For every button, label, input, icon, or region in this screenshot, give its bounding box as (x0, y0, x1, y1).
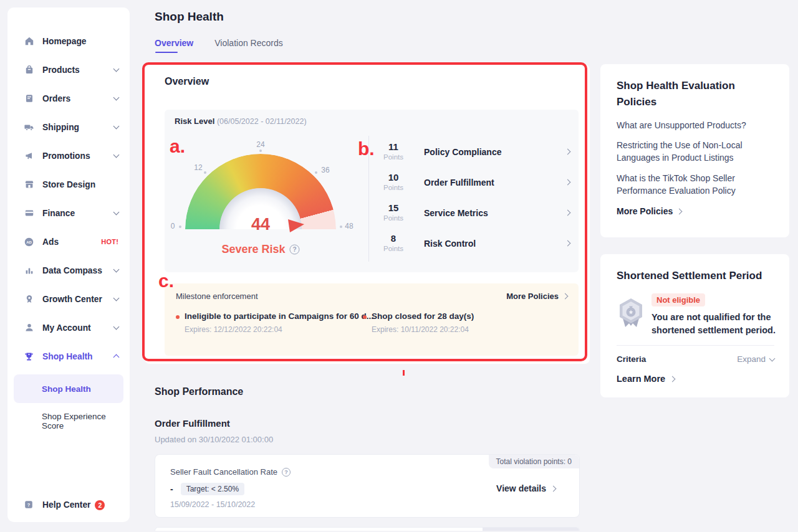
sidebar-item-data-compass[interactable]: Data Compass (7, 256, 130, 285)
evaluation-policies-card: Shop Health Evaluation Policies What are… (600, 64, 789, 237)
sidebar-item-label: Growth Center (42, 295, 114, 304)
points-category-label: Service Metrics (408, 208, 565, 218)
page: { "header": { "title": "Shop Health", "t… (0, 0, 798, 532)
chevron-down-icon (113, 66, 120, 72)
overview-card-title: Overview (165, 76, 209, 87)
points-value: 11 (379, 141, 408, 153)
sidebar-item-my-account[interactable]: My Account (7, 313, 130, 342)
policy-link-non-local-languages[interactable]: Restricting the Use of Non-Local Languag… (617, 139, 773, 164)
bullet-dot-icon (363, 315, 367, 319)
shopping-bag-icon (24, 65, 34, 75)
gauge-tick-label: 24 (256, 140, 264, 149)
tab-violation-records[interactable]: Violation Records (214, 38, 282, 53)
sidebar-item-shop-health[interactable]: Shop Health (7, 342, 130, 371)
points-unit: Points (379, 244, 408, 254)
chevron-right-icon (670, 376, 676, 382)
sidebar-item-label: Finance (42, 209, 114, 218)
chevron-down-icon (113, 95, 120, 101)
chevron-right-icon (565, 149, 571, 155)
sidebar-item-label: Ads (42, 237, 97, 247)
metric-card-seller-fault-cancellation: Total violation points: 0 Seller Fault C… (155, 454, 580, 518)
more-policies-label: More Policies (506, 292, 559, 301)
bullet-dot-icon (176, 315, 180, 319)
sidebar-item-promotions[interactable]: Promotions (7, 141, 130, 170)
policy-link-performance-evaluation[interactable]: What is the TikTok Shop Seller Performan… (617, 172, 773, 197)
truck-icon (24, 122, 34, 133)
updated-timestamp: Updated on 30/10/2022 01:00:00 (155, 435, 580, 444)
points-row-order-fulfillment[interactable]: 10Points Order Fulfillment (379, 167, 570, 197)
policy-link-unsupported-products[interactable]: What are Unsupported Products? (617, 119, 773, 131)
chevron-down-icon (113, 324, 120, 330)
sidebar-subitem-shop-health[interactable]: Shop Health (14, 374, 123, 403)
metric-label: Seller Fault Cancellation Rate (170, 467, 277, 477)
view-details-link[interactable]: View details (496, 483, 555, 493)
gauge-tick-dot (179, 226, 181, 228)
bar-chart-icon (24, 265, 34, 276)
svg-text:?: ? (27, 502, 31, 508)
sidebar-item-shipping[interactable]: Shipping (7, 113, 130, 141)
sidebar-item-products[interactable]: Products (7, 55, 130, 84)
next-metric-card-partial (155, 527, 580, 531)
gauge-tick-label: 0 (171, 222, 175, 230)
milestone-item-expires: Expires: 10/11/2022 20:22:04 (372, 325, 474, 334)
points-value: 10 (379, 172, 408, 183)
metric-name: Seller Fault Cancellation Rate ? (170, 467, 291, 477)
chevron-right-icon (565, 240, 571, 247)
chevron-right-icon (550, 485, 557, 492)
metric-date-range: 15/09/2022 - 15/10/2022 (170, 500, 255, 509)
evaluation-policies-title: Shop Health Evaluation Policies (617, 78, 773, 111)
points-row-policy-compliance[interactable]: 11Points Policy Compliance (379, 136, 570, 167)
points-row-risk-control[interactable]: 8Points Risk Control (379, 228, 570, 259)
question-circle-icon[interactable]: ? (290, 244, 300, 254)
learn-more-link[interactable]: Learn More (617, 374, 774, 384)
not-eligible-badge: Not eligible (651, 293, 705, 306)
risk-level-label: Risk Level (06/05/2022 - 02/11/2022) (175, 116, 307, 126)
milestone-enforcement-panel: Milestone enforcement More Policies Inel… (165, 283, 579, 356)
chevron-up-icon (113, 354, 120, 361)
metric-target-badge: Target: < 2.50% (181, 483, 244, 495)
chevron-right-icon (565, 210, 571, 216)
sidebar-item-growth-center[interactable]: Growth Center (7, 285, 130, 313)
sidebar-subitem-label: Shop Experience Score (42, 412, 123, 430)
chevron-down-icon (113, 295, 120, 302)
chevron-down-icon (113, 267, 120, 273)
sidebar-item-store-design[interactable]: Store Design (7, 170, 130, 199)
criteria-label: Criteria (617, 354, 646, 364)
gauge-tick-label: 48 (345, 222, 353, 230)
gauge-value: 44 (251, 215, 270, 234)
milestone-item-text: Shop closed for 28 day(s) (372, 311, 474, 321)
gauge-tick-dot (315, 171, 317, 174)
criteria-expand-toggle[interactable]: Expand (737, 354, 774, 364)
annotation-tick-mark (403, 370, 405, 376)
hot-tag: HOT! (101, 238, 118, 245)
points-row-service-metrics[interactable]: 15Points Service Metrics (379, 197, 570, 228)
risk-level-title: Risk Level (175, 116, 214, 126)
sidebar-item-label: Shop Health (42, 352, 114, 361)
view-details-label: View details (496, 483, 546, 493)
settlement-medal-icon (617, 297, 645, 337)
gauge-tick-label: 12 (194, 163, 202, 172)
megaphone-icon (24, 151, 34, 161)
settlement-period-title: Shortened Settlement Period (617, 268, 774, 284)
medal-icon (24, 294, 34, 305)
settlement-message: You are not qualified for the shortened … (651, 311, 784, 337)
points-category-label: Policy Compliance (408, 147, 565, 157)
sidebar-subitem-label: Shop Health (42, 384, 91, 394)
sidebar-item-finance[interactable]: Finance (7, 199, 130, 227)
points-divider (368, 136, 369, 262)
tab-overview[interactable]: Overview (155, 38, 193, 53)
question-circle-icon[interactable]: ? (282, 468, 291, 477)
help-notification-badge: 2 (95, 500, 105, 510)
sidebar-item-homepage[interactable]: Homepage (7, 27, 130, 55)
milestone-more-policies-link[interactable]: More Policies (506, 292, 567, 301)
more-policies-link[interactable]: More Policies (617, 206, 773, 216)
sidebar-item-ads[interactable]: AD Ads HOT! (7, 227, 130, 256)
sidebar-item-orders[interactable]: Orders (7, 84, 130, 113)
sidebar-subitem-shop-experience-score[interactable]: Shop Experience Score (14, 407, 123, 435)
help-center[interactable]: ? Help Center 2 (24, 500, 105, 510)
gauge-tick-label: 36 (321, 166, 329, 174)
sidebar-item-label: Data Compass (42, 266, 114, 275)
points-category-label: Risk Control (408, 239, 565, 249)
shop-performance-title: Shop Performance (155, 381, 580, 397)
milestone-item: Shop closed for 28 day(s) Expires: 10/11… (363, 311, 474, 334)
